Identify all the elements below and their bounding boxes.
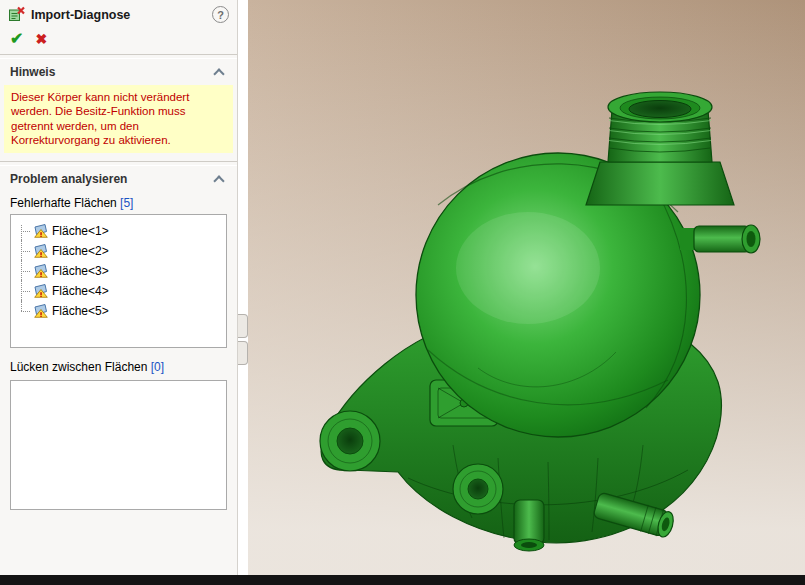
warning-message-box: Dieser Körper kann nicht verändert werde… <box>4 85 233 153</box>
import-diagnostics-panel: Import-Diagnose ? ✔ ✖ Hinweis Dieser Kör… <box>0 0 238 575</box>
graphics-viewport[interactable] <box>248 0 805 575</box>
tree-item-flaeche-4[interactable]: Fläche<4> <box>17 281 222 301</box>
hinweis-header-label: Hinweis <box>10 65 215 79</box>
face-warning-icon <box>33 223 48 238</box>
cancel-button[interactable]: ✖ <box>35 31 47 47</box>
face-warning-icon <box>33 283 48 298</box>
model-filler-neck <box>586 92 734 205</box>
face-warning-icon <box>33 263 48 278</box>
panel-splitter-tab[interactable] <box>238 314 248 338</box>
tree-item-flaeche-2[interactable]: Fläche<2> <box>17 241 222 261</box>
face-warning-icon <box>33 243 48 258</box>
face-item-label: Fläche<4> <box>52 284 109 298</box>
ok-button[interactable]: ✔ <box>10 31 23 47</box>
tree-item-flaeche-5[interactable]: Fläche<5> <box>17 301 222 321</box>
panel-title-row: Import-Diagnose ? <box>0 0 237 27</box>
help-icon[interactable]: ? <box>212 6 229 23</box>
taskbar[interactable] <box>0 575 805 585</box>
face-item-label: Fläche<1> <box>52 224 109 238</box>
face-item-label: Fläche<3> <box>52 264 109 278</box>
gaps-listbox[interactable] <box>10 380 227 510</box>
panel-gutter <box>238 0 248 575</box>
model-side-connector <box>680 225 760 253</box>
model-bottom-stub <box>514 500 544 551</box>
face-warning-icon <box>33 303 48 318</box>
gaps-label: Lücken zwischen Flächen [0] <box>0 348 237 378</box>
panel-action-row: ✔ ✖ <box>0 27 237 54</box>
tree-item-flaeche-1[interactable]: Fläche<1> <box>17 221 222 241</box>
analyze-header-label: Problem analysieren <box>10 172 215 186</box>
tree-item-flaeche-3[interactable]: Fläche<3> <box>17 261 222 281</box>
cad-model-3d-view[interactable] <box>248 0 805 575</box>
gaps-count: [0] <box>151 360 164 374</box>
gaps-text: Lücken zwischen Flächen <box>10 360 147 374</box>
face-item-label: Fläche<5> <box>52 304 109 318</box>
faulty-faces-count: [5] <box>120 196 133 210</box>
chevron-up-icon[interactable] <box>213 175 224 186</box>
chevron-up-icon[interactable] <box>213 68 224 79</box>
application-window: Import-Diagnose ? ✔ ✖ Hinweis Dieser Kör… <box>0 0 805 585</box>
panel-splitter-tab[interactable] <box>238 341 248 365</box>
section-hinweis-header[interactable]: Hinweis <box>0 59 237 83</box>
faulty-faces-label: Fehlerhafte Flächen [5] <box>0 190 237 214</box>
faulty-faces-text: Fehlerhafte Flächen <box>10 196 117 210</box>
face-item-label: Fläche<2> <box>52 244 109 258</box>
import-diagnose-icon <box>8 6 25 23</box>
faulty-faces-listbox[interactable]: Fläche<1> Fläche<2> Fläche<3> <box>10 214 227 348</box>
panel-title: Import-Diagnose <box>31 8 206 22</box>
section-analyze-header[interactable]: Problem analysieren <box>0 166 237 190</box>
